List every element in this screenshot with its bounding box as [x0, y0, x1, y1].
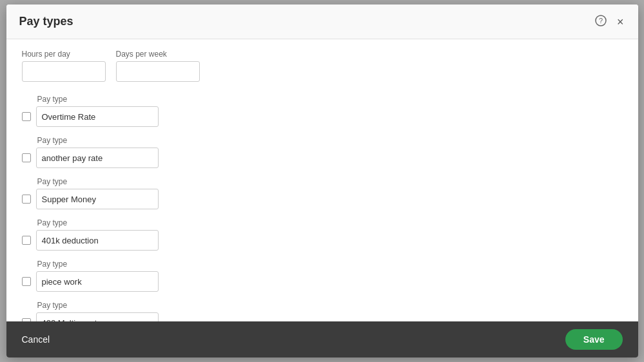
pay-type-field-wrap: Pay type — [22, 95, 159, 127]
pay-type-input-row — [22, 148, 159, 168]
modal-body: Hours per day Days per week Pay type — [6, 39, 638, 321]
pay-type-row: Pay type — [22, 260, 623, 292]
pay-type-input-row — [22, 271, 159, 292]
pay-type-input-row — [22, 230, 159, 251]
pay-type-field-wrap: Pay type — [22, 177, 159, 209]
header-actions: ? × — [594, 14, 625, 30]
pay-type-input-row — [22, 106, 159, 127]
pay-type-row: Pay type — [22, 177, 623, 209]
days-per-week-group: Days per week — [116, 50, 200, 82]
pay-type-label: Pay type — [37, 177, 159, 186]
pay-type-field-wrap: Pay type — [22, 218, 159, 251]
pay-type-checkbox[interactable] — [22, 236, 31, 245]
modal-header: Pay types ? × — [6, 5, 638, 39]
hours-per-day-group: Hours per day — [22, 50, 106, 82]
save-button[interactable]: Save — [565, 329, 623, 350]
pay-type-label: Pay type — [37, 260, 159, 269]
pay-types-list: Pay type Pay type Pay type — [22, 95, 623, 321]
svg-text:?: ? — [599, 17, 603, 24]
modal-footer: Cancel Save — [6, 321, 638, 357]
hours-per-day-input[interactable] — [22, 61, 106, 82]
pay-type-row: Pay type — [22, 218, 623, 251]
pay-type-label: Pay type — [37, 218, 159, 227]
modal-title: Pay types — [19, 15, 73, 28]
pay-type-checkbox[interactable] — [22, 112, 31, 121]
cancel-button[interactable]: Cancel — [22, 332, 50, 347]
pay-type-field-wrap: Pay type — [22, 301, 159, 321]
pay-type-label: Pay type — [37, 136, 159, 145]
pay-type-row: Pay type — [22, 95, 623, 127]
top-fields-row: Hours per day Days per week — [22, 50, 623, 82]
pay-type-field-wrap: Pay type — [22, 136, 159, 168]
pay-type-field-wrap: Pay type — [22, 260, 159, 292]
pay-type-input-row — [22, 189, 159, 209]
pay-type-checkbox[interactable] — [22, 153, 31, 162]
pay-type-text-input[interactable] — [36, 106, 159, 127]
pay-type-label: Pay type — [37, 301, 159, 310]
pay-type-row: Pay type — [22, 136, 623, 168]
help-button[interactable]: ? — [594, 14, 608, 30]
pay-type-row: Pay type — [22, 301, 623, 321]
close-button[interactable]: × — [616, 15, 625, 29]
pay-type-text-input[interactable] — [36, 189, 159, 209]
pay-type-text-input[interactable] — [36, 271, 159, 292]
pay-type-text-input[interactable] — [36, 148, 159, 168]
pay-type-label: Pay type — [37, 95, 159, 104]
modal-overlay: Pay types ? × Hours per day — [0, 0, 644, 362]
pay-types-modal: Pay types ? × Hours per day — [6, 5, 638, 357]
hours-per-day-label: Hours per day — [22, 50, 106, 59]
days-per-week-label: Days per week — [116, 50, 200, 59]
days-per-week-input[interactable] — [116, 61, 200, 82]
pay-type-text-input[interactable] — [36, 230, 159, 251]
pay-type-input-row — [22, 312, 159, 321]
pay-type-checkbox[interactable] — [22, 277, 31, 286]
pay-type-text-input[interactable] — [36, 312, 159, 321]
pay-type-checkbox[interactable] — [22, 195, 31, 204]
